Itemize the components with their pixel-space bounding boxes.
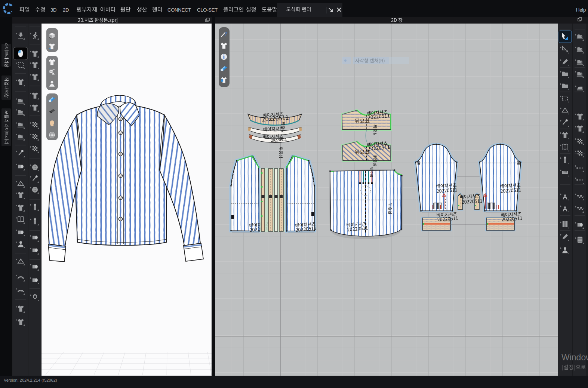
svg-text:3D: 3D bbox=[50, 7, 56, 13]
svg-text:Window: Window bbox=[561, 352, 588, 362]
svg-text:CONNECT: CONNECT bbox=[167, 7, 191, 13]
svg-text:CLO-SET: CLO-SET bbox=[197, 7, 218, 13]
svg-text:2D: 2D bbox=[63, 7, 69, 13]
